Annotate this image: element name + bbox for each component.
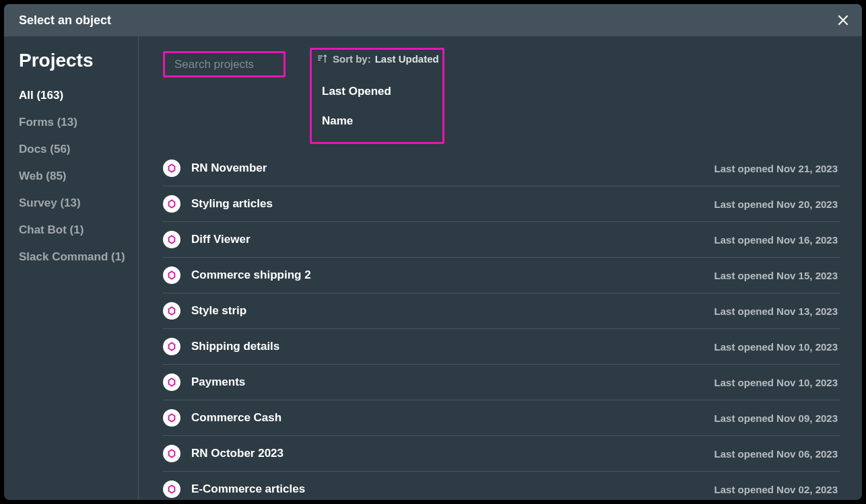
sidebar-item[interactable]: All (163) — [19, 82, 138, 109]
project-type-icon — [163, 373, 180, 391]
project-row[interactable]: Commerce CashLast opened Nov 09, 2023 — [163, 400, 840, 436]
controls-row: Sort by: Last Updated Last OpenedName — [163, 51, 846, 136]
project-last-opened: Last opened Nov 21, 2023 — [714, 163, 838, 174]
project-type-icon — [163, 480, 180, 498]
project-type-icon — [163, 445, 180, 462]
project-row[interactable]: PaymentsLast opened Nov 10, 2023 — [163, 365, 840, 400]
project-last-opened: Last opened Nov 16, 2023 — [714, 234, 838, 246]
modal-body: Projects All (163)Forms (13)Docs (56)Web… — [4, 36, 862, 500]
sidebar-item[interactable]: Chat Bot (1) — [19, 217, 138, 244]
project-row[interactable]: Styling articlesLast opened Nov 20, 2023 — [163, 186, 840, 222]
project-name: Shipping details — [191, 340, 704, 353]
sidebar-title: Projects — [19, 50, 138, 71]
project-row[interactable]: RN October 2023Last opened Nov 06, 2023 — [163, 436, 840, 472]
sidebar: Projects All (163)Forms (13)Docs (56)Web… — [4, 36, 139, 500]
project-last-opened: Last opened Nov 15, 2023 — [714, 270, 838, 281]
sort-selected-value: Last Updated — [375, 53, 439, 65]
sort-block: Sort by: Last Updated Last OpenedName — [317, 51, 439, 136]
project-name: Commerce Cash — [191, 411, 704, 425]
search-field-wrap[interactable] — [163, 51, 286, 77]
sidebar-item[interactable]: Forms (13) — [19, 109, 138, 136]
project-last-opened: Last opened Nov 10, 2023 — [714, 377, 838, 388]
project-last-opened: Last opened Nov 13, 2023 — [714, 305, 838, 317]
sidebar-item[interactable]: Web (85) — [19, 163, 138, 190]
project-row[interactable]: Shipping detailsLast opened Nov 10, 2023 — [163, 329, 840, 365]
sidebar-item[interactable]: Slack Command (1) — [19, 244, 138, 271]
sort-options-list: Last OpenedName — [317, 77, 439, 136]
project-type-icon — [163, 231, 180, 248]
project-last-opened: Last opened Nov 06, 2023 — [714, 448, 838, 460]
project-name: E-Commerce articles — [191, 482, 704, 496]
close-icon — [836, 13, 850, 27]
project-type-icon — [163, 195, 180, 213]
project-row[interactable]: RN NovemberLast opened Nov 21, 2023 — [163, 151, 840, 186]
project-type-icon — [163, 338, 180, 355]
project-name: Commerce shipping 2 — [191, 268, 704, 282]
main-panel: Sort by: Last Updated Last OpenedName RN… — [139, 36, 862, 500]
project-last-opened: Last opened Nov 02, 2023 — [714, 484, 838, 495]
project-row[interactable]: Diff ViewerLast opened Nov 16, 2023 — [163, 222, 840, 258]
project-name: Styling articles — [191, 197, 704, 211]
project-type-icon — [163, 409, 180, 427]
project-name: Payments — [191, 375, 704, 389]
project-type-icon — [163, 266, 180, 284]
project-type-icon — [163, 302, 180, 320]
sidebar-item[interactable]: Survey (13) — [19, 190, 138, 217]
modal-header: Select an object — [4, 4, 862, 36]
search-input[interactable] — [174, 58, 317, 71]
modal-title: Select an object — [19, 13, 111, 28]
project-list[interactable]: RN NovemberLast opened Nov 21, 2023Styli… — [163, 151, 846, 500]
sort-prefix: Sort by: — [333, 53, 371, 65]
project-last-opened: Last opened Nov 20, 2023 — [714, 199, 838, 210]
sort-icon — [317, 52, 329, 65]
sort-trigger[interactable]: Sort by: Last Updated — [317, 51, 439, 65]
sort-option[interactable]: Name — [317, 106, 439, 136]
project-last-opened: Last opened Nov 10, 2023 — [714, 341, 838, 353]
project-name: Style strip — [191, 304, 704, 318]
project-name: RN October 2023 — [191, 447, 704, 460]
project-type-icon — [163, 159, 180, 177]
sidebar-item[interactable]: Docs (56) — [19, 136, 138, 163]
project-row[interactable]: E-Commerce articlesLast opened Nov 02, 2… — [163, 472, 840, 500]
object-selector-modal: Select an object Projects All (163)Forms… — [4, 4, 862, 500]
project-name: RN November — [191, 161, 704, 175]
project-name: Diff Viewer — [191, 233, 704, 246]
sort-option[interactable]: Last Opened — [317, 77, 439, 106]
project-row[interactable]: Style stripLast opened Nov 13, 2023 — [163, 293, 840, 329]
close-button[interactable] — [834, 11, 853, 30]
project-last-opened: Last opened Nov 09, 2023 — [714, 412, 838, 424]
project-row[interactable]: Commerce shipping 2Last opened Nov 15, 2… — [163, 258, 840, 293]
